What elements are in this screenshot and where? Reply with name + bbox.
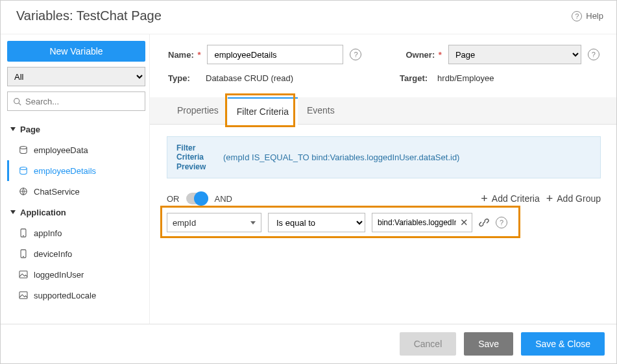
save-button[interactable]: Save [464,332,513,356]
target-label: Target: [400,73,431,83]
tree-item-supportedLocale[interactable]: supportedLocale [7,285,145,306]
add-group-label: Add Group [557,193,601,204]
clear-icon[interactable]: ✕ [460,217,468,228]
tree-item-label: deviceInfo [34,249,72,259]
tree-item-employeeDetails[interactable]: employeeDetails [7,160,145,181]
save-close-button[interactable]: Save & Close [521,332,605,356]
name-label: Name: * [168,50,200,60]
tab-properties[interactable]: Properties [168,97,228,124]
criteria-field-value: empId [173,218,196,228]
and-label: AND [215,194,232,204]
filter-preview-box: Filter Criteria Preview (empId IS_EQUAL_… [167,136,601,178]
tab-events[interactable]: Events [298,97,344,124]
tree-item-label: loggedInUser [34,270,84,280]
info-icon[interactable]: ? [350,49,361,60]
svg-point-0 [14,98,19,103]
tree-item-label: supportedLocale [34,291,96,300]
device-icon [18,228,29,237]
add-group-button[interactable]: + Add Group [546,193,601,204]
svg-rect-11 [19,271,27,278]
preview-expression: (empId IS_EQUAL_TO bind:Variables.logged… [223,152,459,162]
tree-item-employeeData[interactable]: employeeData [7,140,145,160]
owner-label: Owner: * [405,50,441,60]
tree-item-appInfo[interactable]: appInfo [7,223,145,243]
data-icon [18,166,29,175]
caret-down-icon [10,209,16,215]
cancel-button[interactable]: Cancel [400,332,457,356]
svg-line-1 [19,103,21,104]
section-label: Application [20,208,66,217]
svg-rect-12 [19,292,27,298]
bind-icon[interactable] [479,217,489,228]
image-icon [18,271,29,278]
add-criteria-label: Add Criteria [492,193,540,204]
data-icon [18,145,29,154]
tree-item-label: ChatService [34,187,80,197]
tree-item-label: appInfo [34,228,62,238]
add-criteria-button[interactable]: + Add Criteria [481,193,539,204]
criteria-value-input[interactable] [372,213,472,232]
preview-label: Filter Criteria Preview [176,143,210,171]
tab-filter-criteria[interactable]: Filter Criteria [228,97,298,125]
help-link[interactable]: ? Help [572,11,603,21]
page-title: Variables: TestChat Page [16,8,162,23]
tree-item-loggedInUser[interactable]: loggedInUser [7,264,145,285]
svg-point-4 [20,167,27,169]
and-or-toggle[interactable] [186,193,208,204]
image-icon [18,291,29,299]
svg-point-3 [20,146,27,149]
tree-item-ChatService[interactable]: ChatService [7,181,145,202]
criteria-operator-select[interactable]: Is equal to [268,213,365,232]
search-icon [13,97,21,106]
service-icon [18,187,29,196]
svg-marker-2 [10,127,16,131]
type-label: Type: [168,73,199,83]
variable-scope-select[interactable]: All [7,67,145,86]
help-icon: ? [572,11,582,21]
name-input[interactable] [207,45,343,64]
info-icon[interactable]: ? [588,49,599,60]
target-value: hrdb/Employee [437,73,494,83]
tree-item-deviceInfo[interactable]: deviceInfo [7,243,145,264]
plus-icon: + [481,194,488,203]
tree-section-page[interactable]: Page [7,119,145,140]
caret-down-icon [10,126,16,132]
info-icon[interactable]: ? [496,217,507,228]
search-input-wrap[interactable] [7,91,145,111]
tree-item-label: employeeDetails [34,166,96,176]
criteria-field-select[interactable]: empId [167,213,261,232]
plus-icon: + [546,194,553,203]
owner-select[interactable]: Page [448,45,581,64]
search-input[interactable] [25,97,139,106]
or-label: OR [167,194,180,204]
tree-section-application[interactable]: Application [7,202,145,223]
chevron-down-icon [250,221,256,224]
help-label: Help [586,11,603,21]
svg-marker-6 [10,210,16,214]
device-icon [18,249,29,258]
new-variable-button[interactable]: New Variable [7,41,145,62]
section-label: Page [20,125,40,134]
tree-item-label: employeeData [34,145,88,155]
type-value: Database CRUD (read) [206,73,293,83]
